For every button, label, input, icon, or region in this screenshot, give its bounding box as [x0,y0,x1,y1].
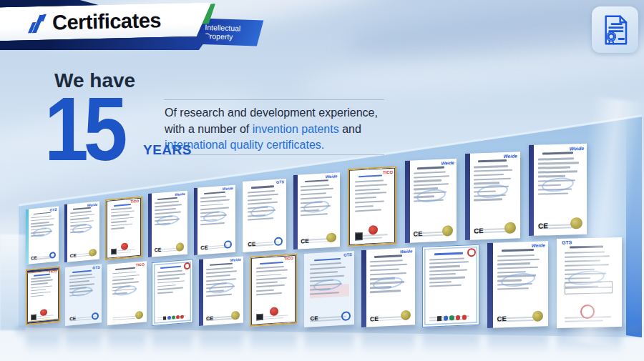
description-line3: international quality certificates. [165,137,378,154]
ce-mark: CE [310,316,318,322]
floor-reflection [250,335,297,353]
seal-stamp-icon [504,222,516,233]
cert-logo: TICO [383,169,393,174]
qr-code-icon [31,314,36,320]
certificate-wall: GTSCEWeideCETICOWeideCEWeideCEGTSCEWeide… [0,0,644,361]
certificate-thumbnail: GTSCE [65,264,102,325]
ce-mark: CE [538,223,548,231]
seal-stamp-icon [183,262,190,270]
seal-stamp-icon [532,310,543,322]
cert-logo: TICO [135,263,144,267]
cert-logo: Weide [326,174,338,179]
qr-code-icon [355,232,363,239]
certificate-thumbnail: WeideCE [405,159,457,243]
cert-logo: GTS [562,241,572,246]
years-number: 15 [44,84,122,174]
floor-reflection [107,335,147,353]
cert-logo: Weide [223,187,233,191]
seal-stamp-icon [135,311,143,320]
floor-reflection [152,335,193,353]
cert-logo: TICO [284,257,293,261]
seal-stamp-icon [92,312,99,320]
certificate-thumbnail: GTSCE [26,207,59,264]
seal-stamp-icon [441,225,452,237]
ce-mark: CE [201,244,208,250]
ce-mark: CE [301,238,310,244]
ce-mark: CE [206,316,213,322]
ce-mark: CE [413,231,422,238]
certificate-thumbnail: TICO [26,266,60,325]
certificate-thumbnail: WeideCE [487,241,548,328]
cert-logo: Weide [532,243,545,248]
description-line2: with a number of invention patents and [165,122,378,138]
certificate-thumbnail: GTS [557,237,622,328]
certificate-document-icon [592,6,638,53]
hero-description: Of research and development experience, … [165,105,378,154]
floor-reflection [26,335,60,353]
cert-logo: Weide [400,249,412,254]
qr-code-icon [257,313,264,320]
floor-reflection [65,335,102,353]
certificate-thumbnail: GTSCE [243,179,286,252]
cert-logo: Weide [175,192,186,197]
ce-mark: CE [155,247,162,253]
invention-patents-text: invention patents [253,123,339,135]
seal-stamp-icon [49,252,56,259]
seal-stamp-icon [571,217,583,229]
certificate-thumbnail: WeideCE [194,185,235,255]
floor-reflection [557,335,622,353]
slide-certificates: GTSCEWeideCETICOWeideCEWeideCEGTSCEWeide… [0,0,644,361]
certificate-thumbnail: WeideCE [293,172,340,249]
certificate-thumbnail: WeideCE [529,144,587,236]
seal-stamp-icon [176,242,185,252]
cert-logo: GTS [49,208,57,212]
seal-stamp-icon [274,237,283,246]
description-line1: Of research and development experience, [165,105,378,122]
cert-logo: Weide [230,258,241,262]
seal-stamp-icon [231,311,240,320]
cert-logo: Weide [504,154,517,159]
seal-stamp-icon [341,311,350,320]
ce-mark: CE [474,227,483,234]
title-banner: Certificates [0,2,212,41]
double-slash-icon [30,14,48,33]
qr-code-icon [111,248,117,254]
cert-logo: TICO [130,199,139,204]
divider-line [164,99,384,100]
floor-reflection [361,335,415,353]
cert-logo: GTS [276,181,284,185]
floor-reflection [199,335,243,353]
cert-logo: Weide [570,146,584,152]
cert-logo: Weide [441,161,454,166]
floor-reflection [304,335,354,353]
seal-stamp-icon [401,310,411,321]
seal-stamp-icon [89,249,97,257]
certificate-thumbnail [152,259,193,326]
divider-line [164,154,384,155]
certificate-thumbnail: GTSCE [304,251,354,327]
certificate-thumbnail: WeideCE [465,152,520,239]
seal-stamp-icon [467,248,476,257]
ce-mark: CE [370,316,379,322]
seal-stamp-icon [369,225,378,235]
ce-mark: CE [248,242,255,248]
badge-line2: Property [205,31,240,41]
ce-mark: CE [69,317,76,322]
cert-logo: TICO [49,269,57,274]
seal-stamp-icon [224,240,232,249]
floor-reflection [422,335,479,353]
cert-logo: GTS [343,252,352,257]
seal-stamp-icon [270,307,278,316]
ce-mark: CE [497,315,507,322]
certificate-thumbnail: TICO [348,166,396,247]
certificate-thumbnail: WeideCE [361,247,415,327]
floor-reflection [487,335,548,353]
certificate-thumbnail [422,244,479,328]
certificate-thumbnail: TICO [250,254,297,327]
cert-logo: GTS [92,265,99,269]
certificate-thumbnail: TICO [107,262,147,326]
certificate-thumbnail: TICO [105,196,142,259]
certificate-thumbnail: WeideCE [148,191,187,258]
certificate-thumbnail: WeideCE [199,257,243,327]
certificate-thumbnail: WeideCE [64,202,99,262]
